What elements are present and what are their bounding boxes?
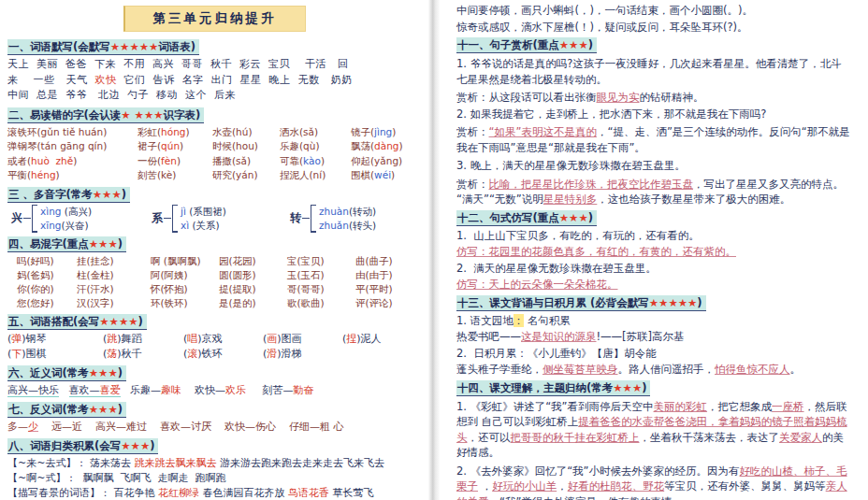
pronunciation: xīng(兴奋)	[40, 219, 92, 233]
confusable-cell: 吗(好吗)	[17, 254, 77, 268]
text-summary-2: 2. 《去外婆家》回忆了“我”小时候去外婆家的经历。因为有好吃的山楂、柿子、毛栗…	[456, 464, 851, 500]
brace-icon	[311, 205, 316, 233]
confusable-cell: 阿(阿姨)	[151, 268, 219, 282]
polyphone-char: 兴	[11, 210, 22, 226]
pinyin-cell: 仰起(yǎng)	[351, 154, 421, 169]
confusable-cell: 环(铁环)	[151, 296, 219, 310]
confusable-cell: 曲(曲子)	[355, 254, 421, 268]
pattern-sentence-2: 2. 满天的星星像无数珍珠撒在碧玉盘里。	[456, 261, 851, 277]
pronunciation: xì (关系)	[181, 219, 226, 233]
pinyin-cell: 或者(huò zhě)	[7, 154, 137, 169]
confusable-cell: 是(是的)	[219, 296, 287, 310]
word-category-line-3: 【描写春景的词语】： 百花争艳 花红柳绿 春色满园百花齐放 鸟语花香 草长莺飞	[7, 486, 421, 500]
section-header-4: 四、易混字(重点★★★)	[7, 236, 126, 252]
confusable-cell: 你(你的)	[17, 282, 77, 296]
collocation-cell: (荡)秋千	[103, 347, 183, 362]
word-category-line-2: 【~啊~式】： 飘啊飘 飞啊飞 走啊走 跑啊跑	[7, 471, 421, 486]
collocation-cell: (画)图画	[263, 332, 342, 347]
confusable-cell: 挂(挂念)	[77, 254, 151, 268]
brace-tick	[302, 218, 310, 220]
poem-line: 蓬头稚子学垂纶，侧坐莓苔草映身。路人借问遥招手，怕得鱼惊不应人。	[456, 362, 851, 378]
section-header-13: 十三、课文背诵与日积月累 (必背会默写★★★★★)	[456, 295, 706, 311]
document-viewer: 第三单元归纳提升 一、词语默写(会默写★★★★★词语表) 天上 美丽 爸爸 下来…	[0, 0, 868, 500]
confusable-row-4: 您(您好)汉(汉字)环(铁环)是(是的)歌(歌曲)评(评论)	[7, 296, 421, 310]
punctuation-rhyme-line-1: 中间要停顿，画只小蝌蚪(，)，一句话结束，画个小圆圈(。)。	[456, 3, 851, 19]
pronunciation: jì (系围裙)	[181, 205, 226, 219]
polyphone-section: 兴 xìng (高兴)xīng(兴奋) 系 jì (系围裙)xì (关系) 转 …	[7, 205, 421, 233]
section-header-6: 六、近义词(常考★★★)	[7, 365, 126, 381]
confusable-cell: 评(评论)	[355, 296, 421, 310]
imitation-1: 仿写：花园里的花颜色真多，有红的，有黄的，还有紫的。	[456, 244, 851, 260]
confusable-cell: 宝(宝贝)	[287, 254, 355, 268]
analysis-1: 赏析：从这段话可以看出张衡眼见为实的钻研精神。	[456, 90, 851, 106]
pinyin-cell: 一份(fèn)	[137, 154, 212, 169]
word-category-line-1: 【~来~去式】： 荡来荡去 跳来跳去飘来飘去 游来游去跑来跑去走来走去飞来飞去	[7, 456, 421, 471]
punctuation-rhyme-line-2: 惊奇或感叹，滴水下屋檐(！)，疑问或反问，耳朵坠耳环(?)。	[456, 20, 851, 36]
polyphone-group-xi: 系 jì (系围裙)xì (关系)	[152, 205, 290, 233]
section-header-5: 五、词语搭配(会写★★★★)	[7, 314, 147, 330]
recitation-line-1: 1. 语文园地： 名句积累	[456, 313, 851, 329]
pinyin-cell: 洒水(sǎ)	[280, 125, 351, 140]
pinyin-cell: 镜子(jìng)	[351, 125, 421, 140]
brace-icon	[172, 205, 178, 233]
section-header-7: 七、反义词(常考★★★)	[7, 402, 126, 418]
pinyin-cell: 弹钢琴(tán gāng qín)	[7, 139, 137, 154]
brace-tick	[23, 218, 31, 220]
collocation-cell: (跳)舞蹈	[103, 332, 183, 347]
sentence-2: 2. 如果我提着它，走到桥上，把水洒下来，那不就是我在下雨吗?	[456, 107, 851, 122]
section-header-3: 三 、多音字(常考★★★)	[7, 187, 130, 203]
pinyin-cell: 乐趣(qù)	[280, 139, 351, 154]
confusable-cell: 汉(汉字)	[77, 296, 151, 310]
analysis-3: 赏析：比喻，把星星比作珍珠，把夜空比作碧玉盘，写出了星星又多又亮的特点。“满天”…	[456, 177, 851, 207]
sentence-3: 3. 晚上，满天的星星像无数珍珠撒在碧玉盘里。	[456, 158, 851, 174]
brace-icon	[32, 205, 37, 233]
antonyms-line: 多—少 远—近 高兴—难过 喜欢—讨厌 欢快—伤心 仔细—粗 心	[7, 420, 421, 435]
confusable-cell: 圆(圆形)	[219, 268, 287, 282]
imitation-2: 仿写：天上的云朵像一朵朵棉花。	[456, 277, 851, 293]
synonyms-line: 高兴—快乐 喜欢—喜爱 乐趣—趣味 欢快—欢乐 刻苦—勤奋	[7, 383, 421, 398]
brace-tick	[164, 218, 171, 220]
collocation-cell: (滚)铁环	[183, 347, 263, 362]
pinyin-cell: 水壶(hú)	[212, 125, 280, 140]
collocation-cell: (下)围棋	[7, 347, 103, 362]
confusable-cell: 园(花园)	[219, 254, 287, 268]
pronunciation: zhuàn(转动)	[319, 205, 376, 219]
pinyin-cell: 裙子(qún)	[137, 139, 212, 154]
right-page: 中间要停顿，画只小蝌蚪(，)，一句话结束，画个小圆圈(。)。 惊奇或感叹，滴水下…	[440, 0, 868, 500]
collocation-cell: (弹)钢琴	[7, 332, 103, 347]
pinyin-grid-row-2: 弹钢琴(tán gāng qín)裙子(qún)时候(hou)乐趣(qù)飘荡(…	[7, 139, 421, 154]
pinyin-grid-row-4: 平衡(héng)刻苦(kè)研究(yán)捏泥人(ní)围棋(wéi)	[7, 168, 421, 183]
confusable-cell: 歌(歌曲)	[287, 296, 355, 310]
section-header-1: 一、词语默写(会默写★★★★★词语表)	[7, 39, 199, 55]
section-header-14: 十四、课文理解，主题归纳(常考★★★)	[456, 380, 650, 396]
confusable-cell: 由(由于)	[355, 268, 421, 282]
collocation-cell: (滑)滑梯	[263, 347, 342, 362]
recitation-line-2: 热爱书吧——这是知识的源泉!——[苏联]高尔基	[456, 329, 851, 345]
polyphone-group-zhuan: 转 zhuàn(转动)zhuǎn(转头)	[290, 205, 376, 233]
pinyin-grid-row-1: 滚铁环(gǔn tiě huán)彩虹(hóng)水壶(hú)洒水(sǎ)镜子(…	[7, 125, 421, 140]
confusable-cell: 提(提取)	[219, 282, 287, 296]
pinyin-cell: 可靠(kào)	[280, 154, 351, 169]
pinyin-grid-row-3: 或者(huò zhě)一份(fèn)播撒(sǎ)可靠(kào)仰起(yǎng)	[7, 154, 421, 169]
word-list-line-3: 中间 总是 爷爷 北边 勺子 移动 这个 后来	[7, 88, 421, 104]
confusable-cell: 妈(爸妈)	[17, 268, 77, 282]
collocation-cell: (捏)泥人	[342, 332, 421, 347]
confusable-cell: 啊 (飘啊飘)	[151, 254, 219, 268]
analysis-2: 赏析：“如果”表明这不是真的，“提、走、洒”是三个连续的动作。反问句“那不就是我…	[456, 124, 851, 155]
section-header-2: 二、易读错的字(会认读★ ★★★识字表)	[7, 107, 204, 123]
confusable-row-1: 吗(好吗)挂(挂念)啊 (飘啊飘)园(花园)宝(宝贝)曲(曲子)	[7, 254, 421, 268]
pinyin-cell: 滚铁环(gǔn tiě huán)	[7, 125, 137, 140]
confusable-cell: 平(平时)	[355, 282, 421, 296]
confusable-cell: 柱(金柱)	[77, 268, 151, 282]
pinyin-cell: 刻苦(kè)	[137, 168, 212, 183]
confusable-cell: 怀(怀抱)	[151, 282, 219, 296]
confusable-cell: 哥(哥哥)	[287, 282, 355, 296]
confusable-cell: 您(您好)	[17, 296, 77, 310]
pronunciation: zhuǎn(转头)	[319, 219, 376, 233]
page-spine-divider	[428, 0, 440, 500]
pinyin-cell: 围棋(wéi)	[351, 168, 421, 183]
pinyin-cell: 时候(hou)	[212, 139, 280, 154]
word-list-line-1: 天上 美丽 爸爸 下来 不用 高兴 哥哥 秋千 彩云 宝贝 干活 回	[7, 57, 421, 73]
collocation-cell: (唱)京戏	[183, 332, 263, 347]
section-header-8: 八、词语归类积累(会写★★★)	[7, 438, 158, 454]
